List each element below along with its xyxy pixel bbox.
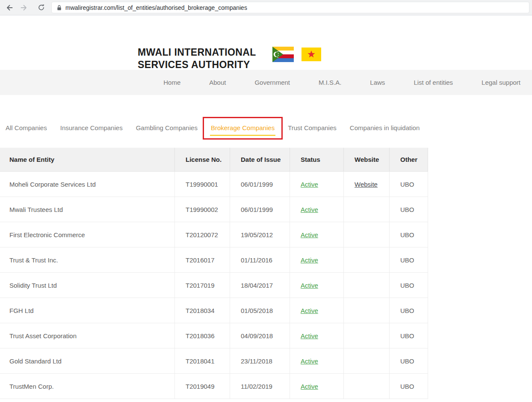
column-header-license-no: License No. — [175, 148, 230, 171]
license-no-cell: T19990001 — [175, 172, 230, 197]
other-cell: UBO — [390, 374, 428, 399]
site-title-line1: MWALI INTERNATIONAL — [138, 46, 256, 59]
date-of-issue-cell: 01/05/2018 — [230, 298, 290, 323]
license-no-cell: T2018034 — [175, 298, 230, 323]
tab-insurance-companies[interactable]: Insurance Companies — [60, 124, 123, 131]
status-cell: Active — [290, 374, 344, 399]
license-no-cell: T2018041 — [175, 348, 230, 373]
status-link[interactable]: Active — [301, 307, 318, 314]
tab-gambling-companies[interactable]: Gambling Companies — [136, 124, 198, 131]
date-of-issue-cell: 11/02/2019 — [230, 374, 290, 399]
other-cell: UBO — [390, 197, 428, 222]
status-link[interactable]: Active — [301, 206, 318, 213]
status-link[interactable]: Active — [301, 181, 318, 188]
entity-name-cell: Mwali Trustees Ltd — [0, 197, 175, 222]
tab-companies-in-liquidation[interactable]: Companies in liquidation — [350, 124, 420, 131]
license-no-cell: T2019049 — [175, 374, 230, 399]
site-header: MWALI INTERNATIONAL SERVICES AUTHORITY — [0, 15, 532, 70]
website-cell — [344, 197, 390, 222]
lock-icon — [57, 5, 62, 11]
nav-item-about[interactable]: About — [209, 79, 226, 86]
license-no-cell: T19990002 — [175, 197, 230, 222]
status-cell: Active — [290, 247, 344, 272]
tab-brokerage-companies[interactable]: Brokerage Companies — [211, 124, 275, 131]
column-header-name-of-entity: Name of Entity — [0, 148, 175, 171]
entity-name-cell: Solidity Trust Ltd — [0, 273, 175, 298]
nav-item-legal-support[interactable]: Legal support — [482, 79, 520, 86]
license-no-cell: T20120072 — [175, 222, 230, 247]
site-title: MWALI INTERNATIONAL SERVICES AUTHORITY — [138, 46, 256, 71]
other-cell: UBO — [390, 298, 428, 323]
tabs-row: All CompaniesInsurance CompaniesGambling… — [0, 116, 532, 139]
status-link[interactable]: Active — [301, 332, 318, 339]
date-of-issue-cell: 06/01/1999 — [230, 197, 290, 222]
back-button[interactable] — [4, 3, 15, 13]
address-bar[interactable]: mwaliregistrar.com/list_of_entities/auth… — [51, 2, 529, 13]
other-cell: UBO — [390, 323, 428, 348]
status-cell: Active — [290, 323, 344, 348]
date-of-issue-cell: 18/04/2017 — [230, 273, 290, 298]
active-tab-highlight-box: Brokerage Companies — [203, 117, 283, 140]
status-cell: Active — [290, 348, 344, 373]
website-link[interactable]: Website — [355, 181, 378, 188]
table-row: Solidity Trust LtdT201701918/04/2017Acti… — [0, 273, 428, 298]
refresh-icon — [38, 4, 45, 11]
website-cell — [344, 247, 390, 272]
nav-item-government[interactable]: Government — [254, 79, 290, 86]
tab-trust-companies[interactable]: Trust Companies — [288, 124, 337, 131]
column-header-website: Website — [344, 148, 390, 171]
entity-name-cell: FGH Ltd — [0, 298, 175, 323]
table-row: FGH LtdT201803401/05/2018ActiveUBO — [0, 298, 428, 323]
other-cell: UBO — [390, 247, 428, 272]
status-link[interactable]: Active — [301, 383, 318, 390]
website-cell — [344, 323, 390, 348]
table-header-row: Name of EntityLicense No.Date of IssueSt… — [0, 148, 428, 172]
table-row: Mwali Trustees LtdT1999000206/01/1999Act… — [0, 197, 428, 222]
star-flag-icon — [301, 48, 321, 61]
forward-arrow-icon — [20, 4, 28, 12]
website-cell — [344, 222, 390, 247]
other-cell: UBO — [390, 172, 428, 197]
refresh-button[interactable] — [36, 3, 46, 13]
other-cell: UBO — [390, 273, 428, 298]
website-cell — [344, 273, 390, 298]
other-cell: UBO — [390, 348, 428, 373]
table-row: First Electronic CommerceT2012007219/05/… — [0, 222, 428, 247]
url-text: mwaliregistrar.com/list_of_entities/auth… — [65, 4, 247, 11]
entity-table: Name of EntityLicense No.Date of IssueSt… — [0, 148, 428, 399]
tab-all-companies[interactable]: All Companies — [6, 124, 47, 131]
entity-name-cell: Gold Standard Ltd — [0, 348, 175, 373]
table-row: Trust Asset CorporationT201803604/09/201… — [0, 323, 428, 348]
entity-name-cell: First Electronic Commerce — [0, 222, 175, 247]
date-of-issue-cell: 01/11/2016 — [230, 247, 290, 272]
date-of-issue-cell: 06/01/1999 — [230, 172, 290, 197]
status-link[interactable]: Active — [301, 256, 318, 264]
nav-item-laws[interactable]: Laws — [370, 79, 385, 86]
status-link[interactable]: Active — [301, 357, 318, 365]
website-cell: Website — [344, 172, 390, 197]
date-of-issue-cell: 23/11/2018 — [230, 348, 290, 373]
status-cell: Active — [290, 172, 344, 197]
forward-button[interactable] — [19, 3, 29, 13]
status-cell: Active — [290, 273, 344, 298]
table-row: Moheli Corporate Services LtdT1999000106… — [0, 172, 428, 197]
other-cell: UBO — [390, 222, 428, 247]
website-cell — [344, 298, 390, 323]
nav-item-list-of-entities[interactable]: List of entities — [414, 79, 453, 86]
status-cell: Active — [290, 197, 344, 222]
main-nav: HomeAboutGovernmentM.I.S.A.LawsList of e… — [0, 70, 532, 95]
column-header-date-of-issue: Date of Issue — [230, 148, 290, 171]
table-row: TrustMen Corp.T201904911/02/2019ActiveUB… — [0, 374, 428, 399]
site-title-line2: SERVICES AUTHORITY — [138, 59, 256, 71]
nav-item-home[interactable]: Home — [163, 79, 180, 86]
license-no-cell: T2017019 — [175, 273, 230, 298]
comoros-flag-icon — [272, 47, 294, 62]
license-no-cell: T2018036 — [175, 323, 230, 348]
website-cell — [344, 348, 390, 373]
status-link[interactable]: Active — [301, 231, 318, 238]
status-link[interactable]: Active — [301, 282, 318, 289]
nav-item-m-i-s-a[interactable]: M.I.S.A. — [319, 79, 341, 86]
table-body: Moheli Corporate Services LtdT1999000106… — [0, 172, 428, 399]
entity-name-cell: TrustMen Corp. — [0, 374, 175, 399]
website-cell — [344, 374, 390, 399]
